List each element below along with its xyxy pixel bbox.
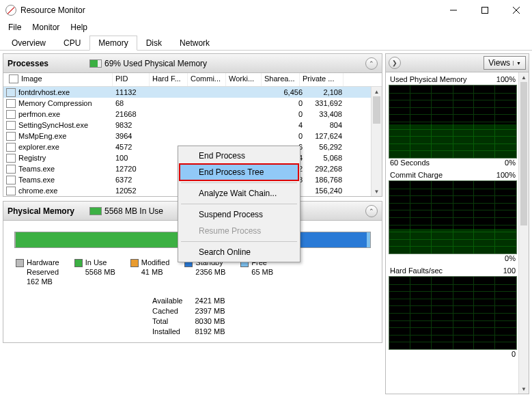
col-image[interactable]: Image <box>21 74 42 85</box>
col-hardfaults[interactable]: Hard F... <box>150 73 188 86</box>
legend-mod: Modified <box>141 258 170 267</box>
window-title: Resource Monitor <box>20 5 438 15</box>
tab-disk[interactable]: Disk <box>137 36 171 51</box>
col-pid[interactable]: PID <box>113 73 150 86</box>
physmem-title: Physical Memory <box>8 206 89 216</box>
menu-monitor[interactable]: Monitor <box>27 21 65 33</box>
svg-marker-4 <box>389 125 516 159</box>
menubar: File Monitor Help <box>0 20 532 34</box>
svg-marker-5 <box>389 230 516 254</box>
menu-search-online[interactable]: Search Online <box>180 244 298 260</box>
row-checkbox[interactable] <box>6 110 16 119</box>
col-private[interactable]: Private ... <box>300 73 344 86</box>
close-button[interactable] <box>501 0 532 20</box>
select-all-checkbox[interactable] <box>9 74 18 83</box>
views-button[interactable]: Views▼ <box>484 56 526 70</box>
menu-end-process[interactable]: End Process <box>180 148 298 164</box>
table-row[interactable]: fontdrvhost.exe111326,4562,108 <box>3 87 382 98</box>
graph1-title: Used Physical Memory <box>390 75 466 83</box>
titlebar: Resource Monitor <box>0 0 532 20</box>
row-checkbox[interactable] <box>6 187 16 195</box>
col-shareable[interactable]: Sharea... <box>262 73 300 86</box>
menu-help[interactable]: Help <box>65 21 93 33</box>
graphs-panel: Used Physical Memory100% 60 Seconds0% Co… <box>385 72 529 394</box>
row-checkbox[interactable] <box>6 176 16 184</box>
expand-icon[interactable]: ❯ <box>389 57 401 69</box>
row-checkbox[interactable] <box>6 132 16 141</box>
row-checkbox[interactable] <box>6 121 16 130</box>
app-icon <box>5 5 16 16</box>
memory-stats: Available Cached Total Installed 2421 MB… <box>9 286 376 337</box>
row-checkbox[interactable] <box>6 165 16 174</box>
graphs-scrollbar[interactable]: ▲▼ <box>518 72 529 394</box>
menu-end-process-tree[interactable]: End Process Tree <box>180 164 298 180</box>
row-checkbox[interactable] <box>6 143 16 152</box>
memory-meter-icon <box>89 59 102 68</box>
context-menu: End Process End Process Tree Analyze Wai… <box>178 146 300 262</box>
collapse-icon[interactable]: ⌃ <box>365 57 378 70</box>
maximize-button[interactable] <box>469 0 501 20</box>
table-row[interactable]: Memory Compression680331,692 <box>3 98 382 109</box>
tabbar: Overview CPU Memory Disk Network <box>0 34 532 51</box>
menu-file[interactable]: File <box>3 21 27 33</box>
processes-meter-text: 69% Used Physical Memory <box>104 59 365 68</box>
col-commit[interactable]: Commi... <box>188 73 226 86</box>
inuse-icon <box>89 207 102 215</box>
svg-rect-1 <box>482 8 488 14</box>
graph-hard-faults <box>389 276 517 350</box>
graphs-header: ❯ Views▼ <box>385 53 529 72</box>
row-checkbox[interactable] <box>6 154 16 163</box>
graph3-title: Hard Faults/sec <box>390 266 443 275</box>
chevron-down-icon: ▼ <box>513 61 521 66</box>
table-row[interactable]: SettingSyncHost.exe98324804 <box>3 120 382 131</box>
tab-network[interactable]: Network <box>171 36 219 51</box>
row-checkbox[interactable] <box>6 99 16 108</box>
column-headers: Image PID Hard F... Commi... Worki... Sh… <box>3 73 382 87</box>
row-checkbox[interactable] <box>6 88 16 97</box>
table-row[interactable]: perfmon.exe21668033,408 <box>3 109 382 120</box>
graph-used-physical-memory <box>389 85 517 159</box>
tab-cpu[interactable]: CPU <box>55 36 89 51</box>
menu-resume-process: Resume Process <box>180 223 298 239</box>
graph2-title: Commit Charge <box>390 171 443 179</box>
col-working[interactable]: Worki... <box>226 73 262 86</box>
graph-commit-charge <box>389 180 517 254</box>
legend-hw: Hardware Reserved <box>27 258 59 277</box>
tab-overview[interactable]: Overview <box>3 36 55 51</box>
menu-analyze-wait-chain[interactable]: Analyze Wait Chain... <box>180 185 298 202</box>
minimize-button[interactable] <box>438 0 469 20</box>
scrollbar[interactable]: ▲▼ <box>371 87 382 196</box>
legend-inuse: In Use <box>85 258 115 267</box>
table-row[interactable]: MsMpEng.exe39640127,624 <box>3 131 382 141</box>
collapse-icon[interactable]: ⌃ <box>365 205 378 217</box>
processes-title: Processes <box>8 59 89 68</box>
menu-suspend-process[interactable]: Suspend Process <box>180 206 298 223</box>
tab-memory[interactable]: Memory <box>89 36 137 51</box>
